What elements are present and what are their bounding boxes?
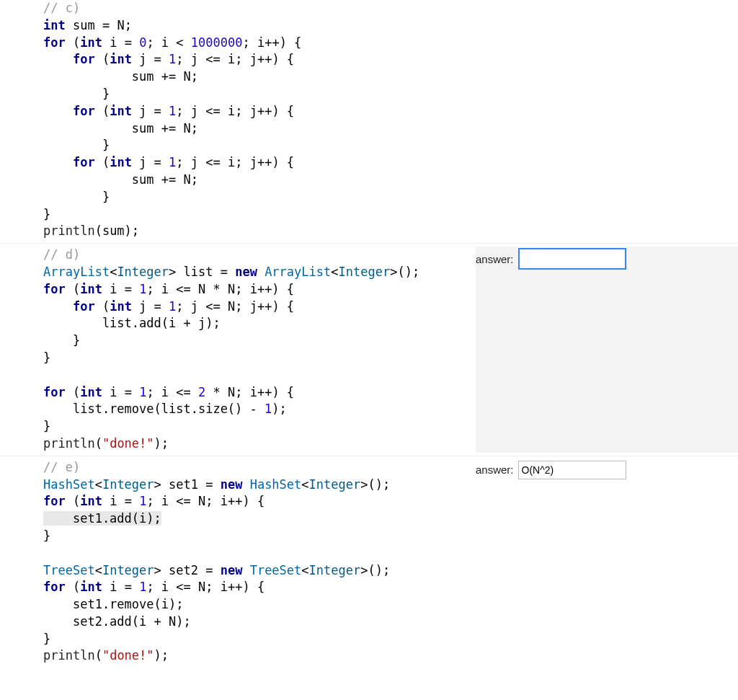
comment-c: // c): [43, 1, 80, 15]
block-c: // c) int sum = N; for (int i = 0; i < 1…: [0, 0, 738, 240]
block-d: // d) ArrayList<Integer> list = new Arra…: [0, 247, 738, 453]
code-d: // d) ArrayList<Integer> list = new Arra…: [0, 247, 476, 453]
divider-de: [0, 456, 738, 456]
divider-cd: [0, 243, 738, 244]
answer-input-e[interactable]: [518, 461, 626, 479]
answer-col-e: answer:: [476, 459, 738, 665]
answer-col-c: answer:: [476, 0, 738, 240]
highlighted-line: set1.add(i);: [43, 511, 161, 526]
code-c: // c) int sum = N; for (int i = 0; i < 1…: [0, 0, 476, 240]
code-e: // e) HashSet<Integer> set1 = new HashSe…: [0, 459, 476, 665]
answer-label-e: answer:: [476, 462, 514, 477]
block-e: // e) HashSet<Integer> set1 = new HashSe…: [0, 459, 738, 665]
answer-col-d: answer:: [476, 247, 738, 453]
kw-int: int: [43, 18, 66, 32]
answer-label-d: answer:: [476, 252, 514, 267]
var-sum: sum: [73, 18, 95, 32]
page: // c) int sum = N; for (int i = 0; i < 1…: [0, 0, 738, 665]
comment-d: // d): [43, 247, 80, 262]
answer-input-d[interactable]: [518, 248, 626, 270]
comment-e: // e): [43, 460, 80, 474]
